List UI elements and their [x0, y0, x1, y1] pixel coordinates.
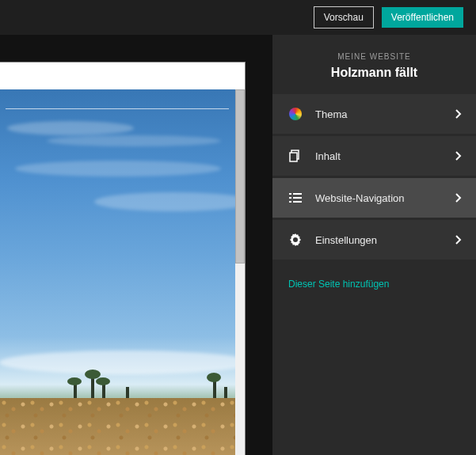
topbar: Vorschau Veröffentlichen [0, 0, 476, 35]
main-area: MEINE WEBSITE Holzmann fällt Thema Inhal… [0, 35, 476, 455]
menu-item-navigation[interactable]: Website-Navigation [272, 178, 476, 218]
scrollbar-thumb[interactable] [235, 89, 245, 264]
add-to-page-link[interactable]: Dieser Seite hinzufügen [272, 260, 476, 309]
gear-icon [288, 233, 303, 247]
menu-item-label: Inhalt [315, 150, 341, 162]
list-icon [288, 191, 303, 205]
chevron-right-icon [455, 193, 462, 203]
svg-rect-3 [293, 193, 302, 195]
menu-item-theme[interactable]: Thema [272, 94, 476, 134]
site-title: Holzmann fällt [280, 66, 468, 80]
chevron-right-icon [455, 109, 462, 119]
preview-image [0, 89, 235, 455]
publish-button[interactable]: Veröffentlichen [382, 7, 463, 28]
site-kicker: MEINE WEBSITE [280, 52, 468, 61]
menu-item-content[interactable]: Inhalt [272, 136, 476, 176]
sidebar: MEINE WEBSITE Holzmann fällt Thema Inhal… [272, 35, 476, 455]
menu-item-label: Thema [315, 108, 347, 120]
menu-item-label: Einstellungen [315, 234, 377, 246]
svg-rect-5 [293, 197, 302, 199]
svg-rect-7 [293, 201, 302, 203]
preview-button[interactable]: Vorschau [314, 6, 374, 28]
svg-rect-6 [289, 201, 291, 203]
copy-icon [288, 149, 303, 163]
svg-rect-2 [289, 193, 291, 195]
preview-frame[interactable] [0, 62, 246, 455]
menu-item-settings[interactable]: Einstellungen [272, 220, 476, 260]
preview-column [0, 35, 272, 455]
svg-rect-1 [290, 153, 297, 161]
color-wheel-icon [288, 107, 303, 121]
site-header: MEINE WEBSITE Holzmann fällt [272, 35, 476, 94]
chevron-right-icon [455, 235, 462, 245]
preview-canvas [0, 89, 235, 455]
chevron-right-icon [455, 151, 462, 161]
menu: Thema Inhalt [272, 94, 476, 260]
svg-rect-4 [289, 197, 291, 199]
menu-item-label: Website-Navigation [315, 192, 404, 204]
